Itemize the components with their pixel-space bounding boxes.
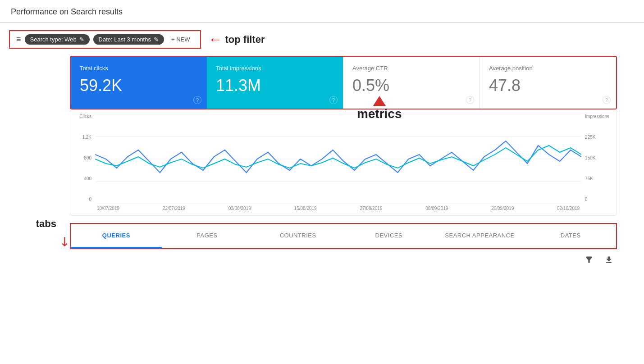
download-icon bbox=[604, 255, 613, 264]
line-chart bbox=[95, 114, 581, 204]
page-title: Performance on Search results bbox=[0, 0, 644, 23]
metric-avg-position[interactable]: Average position 47.8 ? bbox=[480, 57, 616, 109]
search-type-edit-icon: ✎ bbox=[79, 36, 84, 43]
tab-dates[interactable]: DATES bbox=[525, 224, 616, 248]
x-label-1: 22/07/2019 bbox=[163, 206, 185, 211]
impressions-line bbox=[95, 146, 581, 168]
date-edit-icon: ✎ bbox=[154, 36, 159, 43]
y-right-tick-2: 150K bbox=[585, 155, 595, 160]
download-toolbar-button[interactable] bbox=[603, 254, 615, 268]
metric-total-clicks[interactable]: Total clicks 59.2K ? bbox=[71, 57, 207, 109]
metric-total-clicks-help[interactable]: ? bbox=[193, 96, 201, 104]
search-type-chip[interactable]: Search type: Web ✎ bbox=[25, 34, 90, 45]
filter-toolbar-button[interactable] bbox=[583, 254, 595, 268]
x-label-2: 03/08/2019 bbox=[228, 206, 251, 211]
tab-devices[interactable]: DEVICES bbox=[343, 224, 434, 248]
x-label-5: 08/09/2019 bbox=[425, 206, 448, 211]
filter-bar: ≡ Search type: Web ✎ Date: Last 3 months… bbox=[9, 30, 201, 49]
metric-total-impressions[interactable]: Total impressions 11.3M ? bbox=[207, 57, 343, 109]
bottom-toolbar bbox=[70, 249, 617, 273]
tabs-row: QUERIES PAGES COUNTRIES DEVICES SEARCH A… bbox=[70, 223, 617, 249]
search-type-chip-label: Search type: Web bbox=[30, 36, 77, 43]
metrics-row: Total clicks 59.2K ? Total impressions 1… bbox=[70, 56, 617, 109]
y-left-label-clicks: Clicks bbox=[79, 114, 91, 119]
date-chip[interactable]: Date: Last 3 months ✎ bbox=[93, 34, 164, 45]
x-label-4: 27/08/2019 bbox=[360, 206, 382, 211]
tab-search-appearance[interactable]: SEARCH APPEARANCE bbox=[434, 224, 525, 248]
metric-total-impressions-help[interactable]: ? bbox=[329, 96, 338, 104]
y-left-tick-2: 800 bbox=[84, 155, 91, 160]
tab-pages[interactable]: PAGES bbox=[162, 224, 253, 248]
y-axis-right: Impressions 225K 150K 75K 0 bbox=[581, 114, 617, 211]
x-axis-labels: 10/07/2019 22/07/2019 03/08/2019 15/08/2… bbox=[95, 204, 581, 211]
tab-queries[interactable]: QUERIES bbox=[71, 224, 162, 248]
metric-avg-ctr-value: 0.5% bbox=[352, 76, 470, 95]
metric-total-clicks-value: 59.2K bbox=[80, 76, 198, 95]
new-button-label: + NEW bbox=[171, 36, 190, 43]
metric-total-impressions-value: 11.3M bbox=[216, 76, 334, 95]
metric-total-impressions-label: Total impressions bbox=[216, 65, 334, 72]
y-right-tick-3: 75K bbox=[585, 176, 593, 181]
metric-avg-position-help[interactable]: ? bbox=[603, 96, 611, 104]
y-right-tick-1: 225K bbox=[585, 135, 595, 140]
annotation-label-filter: top filter bbox=[225, 34, 265, 46]
y-left-tick-1: 1.2K bbox=[82, 135, 91, 140]
metric-avg-ctr-help[interactable]: ? bbox=[466, 96, 474, 104]
tab-countries[interactable]: COUNTRIES bbox=[252, 224, 343, 248]
chart-area: metrics Clicks 1.2K 800 400 0 bbox=[70, 109, 617, 216]
x-label-3: 15/08/2019 bbox=[294, 206, 317, 211]
clicks-line bbox=[95, 141, 581, 173]
metric-avg-position-value: 47.8 bbox=[489, 76, 607, 95]
metric-avg-ctr[interactable]: Average CTR 0.5% ? bbox=[343, 57, 480, 109]
metric-avg-position-label: Average position bbox=[489, 65, 607, 72]
annotation-arrow: ← bbox=[208, 31, 223, 48]
chart-svg-container: 10/07/2019 22/07/2019 03/08/2019 15/08/2… bbox=[95, 114, 581, 211]
filter-icon[interactable]: ≡ bbox=[16, 35, 21, 44]
filter-icon bbox=[585, 255, 594, 264]
x-label-0: 10/07/2019 bbox=[97, 206, 119, 211]
x-label-7: 02/10/2019 bbox=[557, 206, 580, 211]
date-chip-label: Date: Last 3 months bbox=[99, 36, 151, 43]
y-left-tick-4: 0 bbox=[89, 197, 91, 202]
new-button[interactable]: + NEW bbox=[168, 34, 194, 45]
y-left-tick-3: 400 bbox=[84, 176, 91, 181]
metric-avg-ctr-label: Average CTR bbox=[352, 65, 470, 72]
top-filter-annotation: ← top filter bbox=[208, 31, 265, 48]
x-label-6: 20/09/2019 bbox=[491, 206, 514, 211]
y-right-tick-4: 0 bbox=[585, 197, 588, 202]
y-axis-left: Clicks 1.2K 800 400 0 bbox=[70, 114, 95, 211]
y-right-label-impressions: Impressions bbox=[585, 114, 609, 119]
tabs-annotation: tabs bbox=[36, 218, 56, 230]
metric-total-clicks-label: Total clicks bbox=[80, 65, 198, 72]
